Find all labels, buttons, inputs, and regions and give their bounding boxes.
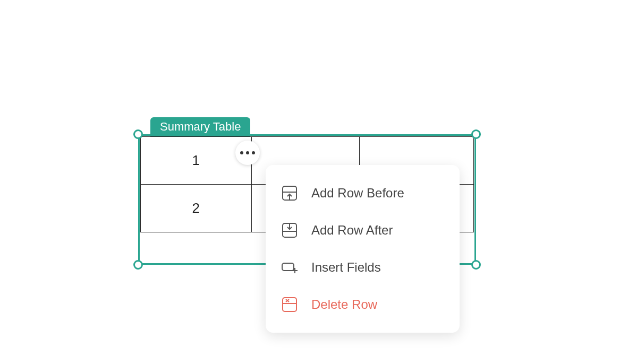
menu-add-row-after[interactable]: Add Row After	[266, 212, 460, 249]
resize-handle-top-left[interactable]	[133, 129, 143, 139]
menu-item-label: Delete Row	[311, 297, 377, 312]
insert-fields-icon	[281, 258, 299, 276]
menu-item-label: Add Row Before	[311, 186, 404, 201]
ellipsis-icon	[240, 151, 243, 154]
row-context-menu: Add Row Before Add Row After Insert Fiel…	[266, 165, 460, 333]
menu-item-label: Add Row After	[311, 223, 393, 238]
svg-rect-6	[282, 263, 294, 271]
svg-rect-9	[283, 298, 296, 311]
table-label-tab[interactable]: Summary Table	[150, 117, 250, 137]
ellipsis-icon	[252, 151, 255, 154]
resize-handle-bottom-right[interactable]	[471, 260, 481, 270]
row-options-button[interactable]	[235, 141, 260, 165]
resize-handle-top-right[interactable]	[471, 129, 481, 139]
add-row-before-icon	[281, 184, 299, 202]
ellipsis-icon	[246, 151, 249, 154]
menu-insert-fields[interactable]: Insert Fields	[266, 249, 460, 286]
editor-canvas: Summary Table 1 2 Add Row Bef	[0, 0, 628, 364]
delete-row-icon	[281, 296, 299, 314]
add-row-after-icon	[281, 221, 299, 239]
table-cell[interactable]: 1	[141, 137, 252, 185]
menu-add-row-before[interactable]: Add Row Before	[266, 175, 460, 212]
menu-item-label: Insert Fields	[311, 260, 381, 275]
table-cell[interactable]: 2	[141, 185, 252, 232]
resize-handle-bottom-left[interactable]	[133, 260, 143, 270]
menu-delete-row[interactable]: Delete Row	[266, 286, 460, 323]
